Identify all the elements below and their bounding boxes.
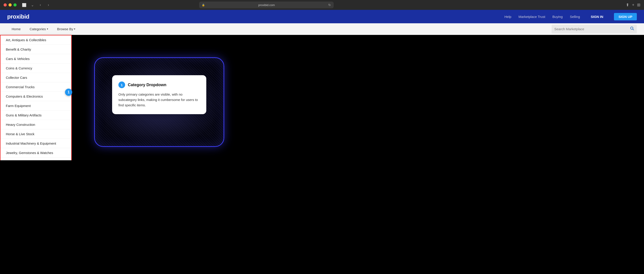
back-button[interactable]: ‹ <box>37 2 44 8</box>
title-bar: ⬜ ⌄ ‹ › 🔒 proxibid.com ↻ ⬆ + ⊞ <box>0 0 644 10</box>
sidebar-toggle[interactable]: ⬜ <box>21 2 27 8</box>
categories-link[interactable]: Categories ▾ <box>25 23 53 35</box>
close-button[interactable] <box>4 3 7 6</box>
tooltip-header: 1 Category Dropdown <box>118 82 200 88</box>
traffic-lights <box>4 3 16 6</box>
cat-benefit[interactable]: Benefit & Charity <box>0 45 71 54</box>
cat-guns[interactable]: Guns & Military Artifacts <box>0 111 71 120</box>
signin-button[interactable]: SIGN IN <box>587 13 607 20</box>
cat-computers[interactable]: Computers & Electronics <box>0 92 71 101</box>
fullscreen-button[interactable] <box>14 3 16 6</box>
help-link[interactable]: Help <box>504 15 511 18</box>
annotation-badge-1: 1 <box>65 89 72 96</box>
tooltip-title: Category Dropdown <box>128 83 166 87</box>
signup-button[interactable]: SIGN UP <box>614 13 637 20</box>
cat-art[interactable]: Art, Antiques & Collectibles <box>0 35 71 45</box>
main-content: Art, Antiques & Collectibles Benefit & C… <box>0 35 644 160</box>
browse-by-link[interactable]: Browse By ▾ <box>53 23 80 35</box>
cat-heavy-construction[interactable]: Heavy Construction <box>0 120 71 129</box>
cat-cars[interactable]: Cars & Vehicles <box>0 54 71 64</box>
title-bar-right: ⬆ + ⊞ <box>626 2 640 7</box>
lock-icon: 🔒 <box>202 3 205 6</box>
categories-dropdown: Art, Antiques & Collectibles Benefit & C… <box>0 35 72 160</box>
forward-button[interactable]: › <box>45 2 52 8</box>
secondary-nav: Home Categories ▾ Browse By ▾ <box>0 23 644 35</box>
categories-chevron-icon: ▾ <box>47 27 48 30</box>
cat-collector-cars[interactable]: Collector Cars <box>0 73 71 82</box>
browse-by-chevron-icon: ▾ <box>74 27 75 30</box>
search-button[interactable] <box>630 26 634 31</box>
home-link[interactable]: Home <box>7 23 25 35</box>
cat-jewelry[interactable]: Jewelry, Gemstones & Watches <box>0 148 71 158</box>
minimize-button[interactable] <box>8 3 12 6</box>
nav-links: Help Marketplace Trust Buying Selling SI… <box>504 13 637 20</box>
url-text: proxibid.com <box>206 3 327 7</box>
tooltip-badge: 1 <box>118 82 125 88</box>
search-input[interactable] <box>554 27 630 31</box>
reload-icon[interactable]: ↻ <box>328 3 331 7</box>
cat-real-estate[interactable]: Real Estate <box>0 158 71 160</box>
share-button[interactable]: ⬆ <box>626 2 629 7</box>
cat-industrial[interactable]: Industrial Machinery & Equipment <box>0 139 71 148</box>
new-tab-button[interactable]: + <box>632 3 634 7</box>
cat-commercial-trucks[interactable]: Commercial Trucks <box>0 82 71 92</box>
tooltip-body: Only primary categories are visible, wit… <box>118 92 200 108</box>
marketplace-trust-link[interactable]: Marketplace Trust <box>518 15 545 18</box>
grid-button[interactable]: ⊞ <box>637 2 640 7</box>
selling-link[interactable]: Selling <box>570 15 580 18</box>
search-container <box>552 25 637 33</box>
cat-farm[interactable]: Farm Equipment <box>0 101 71 111</box>
svg-line-1 <box>633 29 634 30</box>
cat-horse[interactable]: Horse & Live Stock <box>0 129 71 139</box>
sec-nav-links: Home Categories ▾ Browse By ▾ <box>7 23 80 35</box>
title-bar-controls: ⬜ ⌄ ‹ › <box>21 2 52 8</box>
buying-link[interactable]: Buying <box>552 15 563 18</box>
tooltip-card: 1 Category Dropdown Only primary categor… <box>112 75 206 114</box>
nav-bar: proxibid Help Marketplace Trust Buying S… <box>0 10 644 23</box>
logo[interactable]: proxibid <box>7 13 29 20</box>
cat-coins[interactable]: Coins & Currency <box>0 64 71 73</box>
dropdown-toggle[interactable]: ⌄ <box>29 2 36 8</box>
address-bar[interactable]: 🔒 proxibid.com ↻ <box>199 1 334 8</box>
